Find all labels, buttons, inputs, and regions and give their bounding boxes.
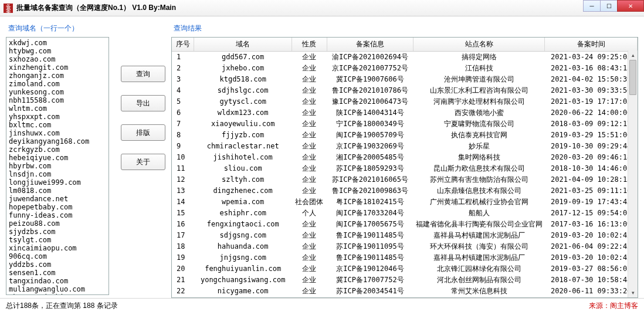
table-cell: 15 (172, 208, 194, 219)
table-cell: 9 (172, 141, 194, 152)
table-scrollbar[interactable]: ▴ ▾ (628, 50, 638, 297)
table-cell: 18 (172, 241, 194, 252)
table-cell: 陕ICP备14004314号 (327, 107, 413, 118)
column-header[interactable]: 性质 (292, 38, 327, 52)
table-cell: 2018-07-30 10:58:48 (545, 275, 638, 286)
scroll-up-icon[interactable]: ▴ (628, 50, 638, 60)
table-cell: hahuanda.com (194, 241, 292, 252)
maximize-button[interactable]: ☐ (600, 0, 618, 12)
table-row[interactable]: 16fengxingtaoci.com企业闽ICP备17005675号福建省德化… (172, 219, 638, 230)
window-controls: ─ ☐ ✕ (584, 0, 644, 12)
table-cell: 企业 (292, 275, 327, 286)
table-cell: 鲁ICP备19011485号 (327, 230, 413, 241)
table-row[interactable]: 7xiaoyewuliu.com企业宁ICP备18000349号宁夏啸野物流有限… (172, 118, 638, 130)
table-cell: 苏州立腾有害生物防治有限公司 (413, 174, 545, 185)
domain-input[interactable] (6, 37, 109, 295)
table-cell: sdjhslgc.com (194, 85, 292, 96)
close-button[interactable]: ✕ (617, 0, 644, 12)
table-cell: nicygame.com (194, 286, 292, 297)
column-header[interactable]: 备案信息 (327, 38, 413, 52)
table-cell: 陕ICP备17003834号 (327, 297, 413, 298)
table-row[interactable]: 3ktgd518.com企业冀ICP备19007606号沧州坤腾管道有限公司20… (172, 74, 638, 85)
scroll-thumb[interactable] (629, 60, 636, 95)
table-cell: 1 (172, 52, 194, 63)
export-button[interactable]: 导出 (121, 95, 165, 111)
table-cell: dingzhenec.com (194, 185, 292, 197)
table-cell: 企业 (292, 230, 327, 241)
result-table-wrap: 序号域名性质备案信息站点名称备案时间 1gdd567.com企业渝ICP备202… (171, 37, 638, 298)
table-cell: 22 (172, 286, 194, 297)
table-cell: 5 (172, 96, 194, 107)
table-cell: jnjgsng.com (194, 252, 292, 263)
table-cell: 渝ICP备2021002694号 (327, 52, 413, 63)
table-row[interactable]: 14wpemia.com社会团体粤ICP备18102415号广州黄埔工程机械行业… (172, 197, 638, 208)
result-table: 序号域名性质备案信息站点名称备案时间 1gdd567.com企业渝ICP备202… (172, 38, 638, 298)
table-cell: 闽ICP备17033204号 (327, 208, 413, 219)
table-cell: 企业 (292, 118, 327, 130)
table-cell: 企业 (292, 107, 327, 118)
table-row[interactable]: 21yongchuangsiwang.com企业冀ICP备17007752号河北… (172, 275, 638, 286)
table-row[interactable]: 9chmiraclestar.net企业京ICP备19032069号妙乐星201… (172, 141, 638, 152)
table-cell: 企业 (292, 130, 327, 141)
table-row[interactable]: 5gytyscl.com企业豫ICP备2021006473号河南腾宇水处理材料有… (172, 96, 638, 107)
table-row[interactable]: 8fjjyzb.com企业闽ICP备19005709号执信泰克科技官网2019-… (172, 130, 638, 141)
table-row[interactable]: 6wldxm123.com企业陕ICP备14004314号西安微领地小蜜2020… (172, 107, 638, 118)
window-title: 批量域名备案查询（全网速度No.1） V1.0 By:Main (16, 3, 176, 13)
table-cell: 2021-03-24 09:25:03 (545, 52, 638, 63)
table-cell: 京ICP备2021007752号 (327, 63, 413, 74)
table-cell: 苏ICP备18059293号 (327, 163, 413, 174)
table-cell: 企业 (292, 263, 327, 275)
scroll-down-icon[interactable]: ▾ (628, 288, 638, 297)
table-row[interactable]: 10jishihotel.com企业湘ICP备20005485号集时网络科技20… (172, 152, 638, 163)
column-header[interactable]: 序号 (172, 38, 194, 52)
table-cell: 苏ICP备19011095号 (327, 241, 413, 252)
table-row[interactable]: 18hahuanda.com企业苏ICP备19011095号环大环保科技（海安）… (172, 241, 638, 252)
table-cell: 粤ICP备18102415号 (327, 197, 413, 208)
column-header[interactable]: 站点名称 (413, 38, 545, 52)
table-cell: 2020-06-11 09:33:20 (545, 286, 638, 297)
query-button[interactable]: 查询 (121, 66, 165, 82)
table-cell: 20 (172, 263, 194, 275)
table-cell: 3 (172, 74, 194, 85)
table-cell: 执信泰克科技官网 (413, 130, 545, 141)
table-cell: 2021-03-19 17:17:03 (545, 96, 638, 107)
table-cell: 16 (172, 219, 194, 230)
table-cell: 2019-03-29 15:51:06 (545, 130, 638, 141)
about-button[interactable]: 关于 (121, 154, 165, 170)
table-cell: 常州艾米信息科技 (413, 286, 545, 297)
table-row[interactable]: 1gdd567.com企业渝ICP备2021002694号搞得定网络2021-0… (172, 52, 638, 63)
table-cell: 14 (172, 197, 194, 208)
table-cell: 2018-07-22 15:51:37 (545, 297, 638, 298)
table-cell: 2020-06-22 14:00:00 (545, 107, 638, 118)
table-cell: 企业 (292, 96, 327, 107)
table-row[interactable]: 19jnjgsng.com企业鲁ICP备19011485号嘉祥县马村镇建国水泥制… (172, 252, 638, 263)
table-row[interactable]: 11sliou.com企业苏ICP备18059293号昆山斯力欧信息技术有限公司… (172, 163, 638, 174)
table-cell: 河北永创丝网制品有限公司 (413, 275, 545, 286)
table-row[interactable]: 22nicygame.com企业苏ICP备20034541号常州艾米信息科技20… (172, 286, 638, 297)
column-header[interactable]: 备案时间 (545, 38, 638, 52)
table-cell: 个人 (292, 208, 327, 219)
table-cell: 2019-03-27 08:56:02 (545, 263, 638, 275)
table-row[interactable]: 20fenghuiyuanlin.com企业京ICP备19012046号北京锋汇… (172, 263, 638, 275)
table-row[interactable]: 15eshiphr.com个人闽ICP备17033204号船船人2017-12-… (172, 208, 638, 219)
table-row[interactable]: 2jxhebo.com企业京ICP备2021007752号江信科技2021-03… (172, 63, 638, 74)
table-cell: 西安欣景食品有限公司 (413, 297, 545, 298)
minimize-button[interactable]: ─ (583, 0, 601, 12)
table-row[interactable]: 13dingzhenec.com企业鲁ICP备2021009863号山东鼎臻信息… (172, 185, 638, 197)
layout-button[interactable]: 排版 (121, 124, 165, 141)
table-cell: 2021-04-09 10:28:13 (545, 174, 638, 185)
table-row[interactable]: 23xianxinmu.com企业陕ICP备17003834号西安欣景食品有限公… (172, 297, 638, 298)
table-cell: 企业 (292, 141, 327, 152)
table-row[interactable]: 17sdjgsng.com企业鲁ICP备19011485号嘉祥县马村镇建国水泥制… (172, 230, 638, 241)
table-cell: 集时网络科技 (413, 152, 545, 163)
table-cell: 2017-03-16 16:13:09 (545, 219, 638, 230)
table-row[interactable]: 12szltyh.com企业苏ICP备2021016065号苏州立腾有害生物防治… (172, 174, 638, 185)
table-cell: 闽ICP备17005675号 (327, 219, 413, 230)
column-header[interactable]: 域名 (194, 38, 292, 52)
table-cell: 船船人 (413, 208, 545, 219)
table-row[interactable]: 4sdjhslgc.com企业鲁ICP备2021010786号山东景汇水利工程咨… (172, 85, 638, 96)
titlebar: 备案 批量域名备案查询（全网速度No.1） V1.0 By:Main ─ ☐ ✕ (0, 0, 644, 16)
table-cell: 河南腾宇水处理材料有限公司 (413, 96, 545, 107)
table-cell: yongchuangsiwang.com (194, 275, 292, 286)
table-cell: 企业 (292, 185, 327, 197)
